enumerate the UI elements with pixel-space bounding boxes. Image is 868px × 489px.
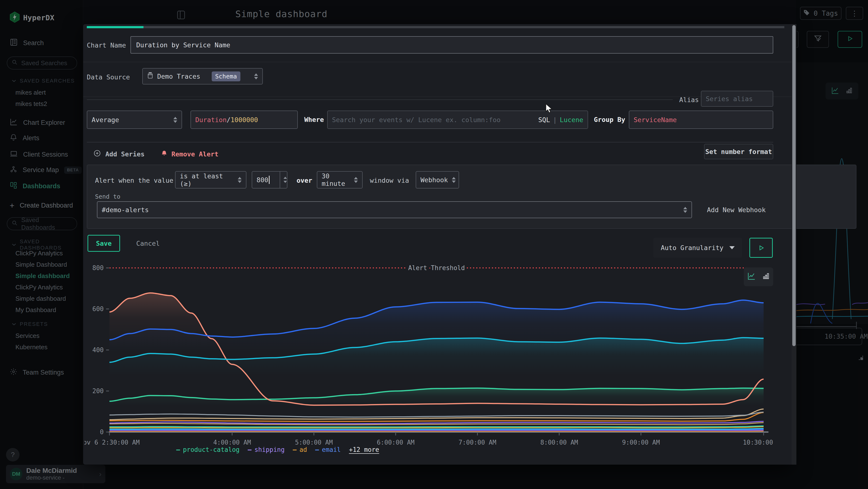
data-source-label: Data Source [87, 74, 130, 81]
webhook-select[interactable]: #demo-alerts [97, 201, 692, 218]
svg-text:5:00:00 AM: 5:00:00 AM [295, 439, 333, 446]
svg-text:10:30:00 AM: 10:30:00 AM [743, 439, 776, 446]
svg-text:400: 400 [92, 346, 104, 353]
chart-name-input[interactable]: Duration by Service Name [130, 36, 773, 54]
alert-panel: Alert when the value is at least (≥) 800… [87, 165, 857, 229]
save-button[interactable]: Save [88, 235, 120, 252]
line-chart-icon[interactable] [747, 272, 756, 282]
number-spinner-icon[interactable] [280, 172, 287, 188]
modal-chart-toggle [744, 267, 773, 286]
chart-legend: —product-catalog—shipping—ad—email+12 mo… [176, 446, 379, 453]
alert-channel-select[interactable]: Webhook [416, 171, 459, 189]
sql-toggle[interactable]: SQL [538, 116, 550, 123]
legend-more[interactable]: +12 more [349, 446, 379, 453]
screen: HyperDX Search Saved Searches SAVED SEAR… [0, 0, 868, 489]
modal-scrollbar[interactable] [792, 24, 796, 465]
group-by-label: Group By [594, 116, 625, 123]
bar-chart-icon[interactable] [762, 272, 770, 282]
send-to-label: Send to [95, 193, 120, 200]
cancel-button[interactable]: Cancel [136, 240, 160, 247]
legend-item: —ad [293, 446, 307, 453]
select-chevrons-icon [350, 177, 358, 183]
alert-threshold-input[interactable]: 800 [252, 171, 287, 189]
alias-input[interactable]: Series alias [701, 91, 773, 107]
aggregation-select[interactable]: Average [87, 111, 182, 129]
svg-text:0: 0 [100, 428, 104, 436]
svg-text:Alert Threshold: Alert Threshold [408, 264, 465, 271]
duration-chart[interactable]: 0200400600800Nov 6 2:30:00 AM4:00:00 AM5… [84, 263, 776, 454]
svg-text:9:00:00 AM: 9:00:00 AM [622, 439, 660, 446]
mouse-cursor [545, 103, 554, 115]
where-label: Where [304, 116, 324, 123]
progress-track [87, 26, 784, 28]
modal-scrollbar-thumb[interactable] [792, 25, 796, 346]
alert-window-select[interactable]: 30 minute [317, 171, 363, 189]
legend-item: —product-catalog [176, 446, 240, 453]
alias-label: Alias [679, 96, 699, 104]
alert-condition-select[interactable]: is at least (≥) [175, 171, 246, 189]
progress-fill [87, 26, 144, 28]
add-series-button[interactable]: Add Series [93, 147, 145, 161]
svg-text:6:00:00 AM: 6:00:00 AM [377, 439, 415, 446]
select-chevrons-icon [679, 207, 687, 213]
select-chevrons-icon [234, 177, 242, 183]
set-number-format-button[interactable]: Set number format [704, 144, 773, 159]
select-chevrons-icon [252, 74, 258, 79]
data-source-select[interactable]: Demo Traces Schema [142, 68, 263, 84]
edit-chart-modal: Chart Name Duration by Service Name Data… [83, 24, 792, 465]
plus-circle-icon [93, 149, 101, 159]
alert-bell-icon [161, 150, 167, 158]
chart-name-label: Chart Name [87, 41, 126, 49]
lucene-toggle[interactable]: Lucene [560, 116, 583, 123]
database-icon [147, 72, 153, 81]
select-chevrons-icon [448, 177, 456, 183]
expression-input[interactable]: Duration/1000000 [190, 111, 298, 129]
legend-item: —shipping [248, 446, 284, 453]
add-new-webhook-button[interactable]: Add New Webhook [707, 201, 766, 218]
schema-badge: Schema [212, 71, 240, 81]
svg-text:Nov 6 2:30:00 AM: Nov 6 2:30:00 AM [84, 439, 140, 446]
select-chevrons-icon [169, 117, 177, 123]
svg-text:7:00:00 AM: 7:00:00 AM [459, 439, 496, 446]
play-icon [758, 244, 764, 251]
group-by-input[interactable]: ServiceName [629, 111, 773, 129]
legend-item: —email [315, 446, 341, 453]
svg-text:600: 600 [92, 305, 104, 313]
over-label: over [297, 172, 312, 189]
svg-text:8:00:00 AM: 8:00:00 AM [540, 439, 578, 446]
alert-prefix: Alert when the value [95, 172, 173, 189]
svg-text:200: 200 [92, 387, 104, 395]
granularity-select[interactable]: Auto Granularity [653, 238, 742, 258]
run-chart-button[interactable] [749, 238, 773, 258]
text-caret [269, 176, 270, 184]
via-label: window via [370, 172, 409, 189]
svg-text:4:00:00 AM: 4:00:00 AM [213, 439, 251, 446]
caret-down-icon [730, 246, 735, 249]
svg-text:800: 800 [92, 264, 104, 271]
remove-alert-button[interactable]: Remove Alert [161, 147, 218, 161]
